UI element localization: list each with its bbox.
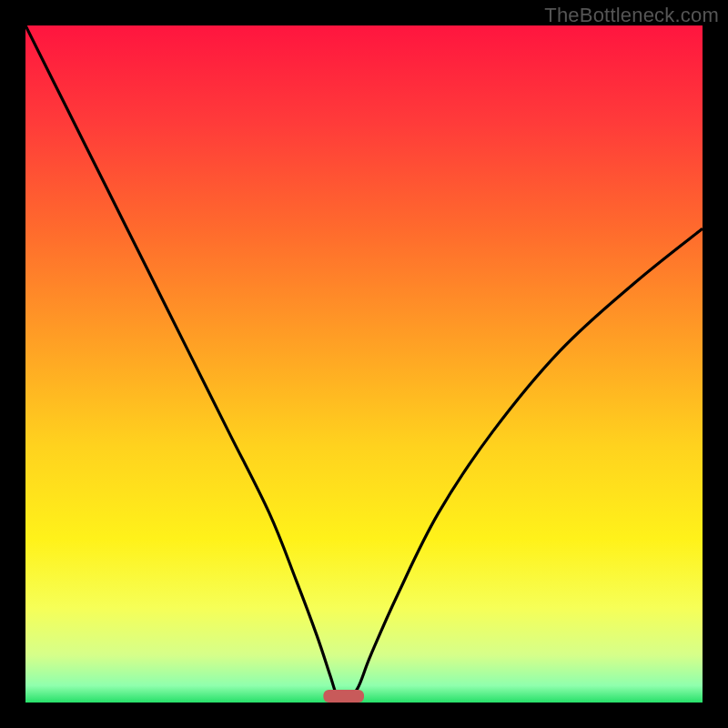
optimal-range-marker [323, 690, 364, 703]
bottleneck-chart [25, 25, 703, 703]
watermark-text: TheBottleneck.com [544, 4, 719, 27]
gradient-background [25, 25, 703, 703]
plot-area [25, 25, 703, 703]
chart-frame: TheBottleneck.com [0, 0, 728, 728]
